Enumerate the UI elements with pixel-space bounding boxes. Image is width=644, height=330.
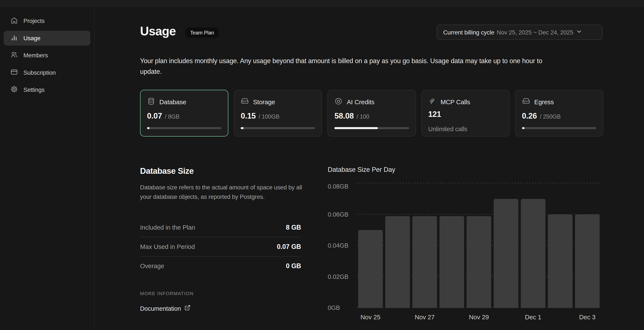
hard-drive-icon [522, 97, 530, 107]
row-value: 8 GB [286, 224, 301, 231]
row-value: 0.07 GB [277, 243, 301, 250]
card-label: MCP Calls [440, 98, 470, 106]
usage-progress-bar [241, 127, 315, 129]
intro-text: Your plan includes monthly usage. Any us… [140, 56, 553, 77]
plan-badge: Team Plan [186, 27, 219, 38]
sidebar-item-members[interactable]: Members [4, 48, 90, 63]
card-sub-label: Unlimited calls [428, 125, 467, 133]
chart-bar [358, 230, 383, 308]
y-axis-tick-label: 0.04GB [328, 242, 352, 249]
documentation-link-label: Documentation [140, 305, 181, 312]
gridline [357, 183, 601, 184]
sidebar-item-settings[interactable]: Settings [4, 82, 90, 97]
sidebar-item-label: Settings [23, 86, 44, 93]
sidebar-item-projects[interactable]: Projects [4, 13, 90, 28]
main-content: Usage Team Plan Current billing cycle No… [95, 7, 644, 330]
database-size-chart: Database Size Per Day 0GB0.02GB0.04GB0.0… [328, 164, 603, 328]
card-limit-value: / 100 [357, 113, 370, 120]
billing-cycle-select[interactable]: Current billing cycle Nov 25, 2025 ~ Dec… [436, 25, 602, 40]
card-ai-credits[interactable]: AI Credits 58.08 / 100 [328, 90, 416, 137]
sidebar-item-usage[interactable]: Usage [4, 31, 90, 46]
page-title: Usage [140, 24, 176, 38]
chart-bar [466, 216, 491, 308]
chart-yaxis: 0GB0.02GB0.04GB0.06GB0.08GB [328, 183, 352, 308]
card-used-value: 0.26 [522, 112, 537, 121]
coin-icon [334, 97, 342, 107]
chart-bar [385, 216, 410, 308]
chevron-down-icon [576, 28, 582, 36]
mcp-icon [428, 97, 436, 107]
card-label: Egress [534, 98, 554, 106]
card-label: Database [159, 98, 186, 106]
documentation-link[interactable]: Documentation [140, 305, 190, 312]
card-used-value: 58.08 [334, 112, 354, 121]
x-axis-tick-label: Nov 25 [352, 314, 389, 321]
card-limit-value: / 250GB [540, 113, 560, 120]
usage-cards: Database 0.07 / 8GB Storage 0.15 / 10 [140, 90, 603, 137]
card-used-value: 121 [428, 110, 441, 119]
card-mcp-calls[interactable]: MCP Calls 121 Unlimited calls [421, 90, 510, 137]
x-axis-tick-label: Nov 27 [406, 314, 443, 321]
chart-title: Database Size Per Day [328, 166, 395, 173]
table-row: Included in the Plan 8 GB [140, 218, 301, 237]
chart-bar [440, 216, 464, 308]
users-icon [10, 51, 18, 60]
chart-bar [412, 216, 437, 308]
sidebar-item-label: Projects [23, 17, 44, 24]
card-egress[interactable]: Egress 0.26 / 250GB [515, 90, 603, 137]
sidebar-item-label: Members [23, 52, 48, 59]
table-row: Max Used in Period 0.07 GB [140, 237, 301, 256]
usage-page: Projects Usage Members Subscription Sett… [0, 0, 644, 330]
y-axis-tick-label: 0.06GB [328, 211, 352, 218]
row-value: 0 GB [286, 262, 301, 270]
y-axis-tick-label: 0GB [328, 304, 352, 311]
sidebar-item-label: Usage [23, 35, 40, 41]
usage-progress-bar [147, 127, 222, 129]
billing-cycle-label: Current billing cycle [443, 29, 494, 35]
external-link-icon [184, 305, 190, 312]
gear-icon [10, 85, 18, 94]
section-description: Database size refers to the actual amoun… [140, 183, 304, 202]
chart-bar [521, 199, 546, 308]
hard-drive-icon [241, 97, 249, 107]
usage-progress-bar [522, 127, 596, 129]
sidebar-item-label: Subscription [23, 69, 56, 76]
y-axis-tick-label: 0.02GB [328, 273, 352, 280]
usage-progress-bar [334, 127, 409, 129]
detail-table: Included in the Plan 8 GB Max Used in Pe… [140, 218, 301, 275]
x-axis-tick-label: Dec 3 [569, 314, 606, 321]
sidebar: Projects Usage Members Subscription Sett… [0, 7, 94, 330]
card-limit-value: / 100GB [259, 113, 280, 120]
card-label: Storage [253, 98, 275, 106]
section-title: Database Size [140, 166, 194, 176]
chart-xaxis: Nov 25Nov 27Nov 29Dec 1Dec 3 [357, 314, 601, 324]
row-label: Included in the Plan [140, 224, 195, 231]
x-axis-tick-label: Dec 1 [514, 314, 552, 321]
database-icon [147, 97, 155, 107]
row-label: Max Used in Period [140, 243, 195, 250]
table-row: Overage 0 GB [140, 256, 301, 275]
bar-chart-icon [10, 34, 18, 43]
card-used-value: 0.07 [147, 112, 162, 121]
credit-card-icon [10, 68, 18, 77]
chart-bar [494, 199, 518, 308]
row-label: Overage [140, 262, 164, 270]
card-label: AI Credits [347, 98, 374, 106]
home-icon [10, 16, 18, 25]
more-information-label: MORE INFORMATION [140, 291, 193, 296]
card-limit-value: / 8GB [165, 113, 180, 120]
chart-bar [548, 214, 572, 308]
card-database[interactable]: Database 0.07 / 8GB [140, 90, 228, 137]
card-used-value: 0.15 [241, 112, 256, 121]
billing-cycle-range: Nov 25, 2025 ~ Dec 24, 2025 [497, 29, 573, 35]
window-top-bar [0, 0, 644, 6]
chart-bar [575, 214, 600, 308]
sidebar-item-subscription[interactable]: Subscription [4, 65, 90, 80]
chart-plot [357, 183, 601, 308]
x-axis-tick-label: Nov 29 [460, 314, 497, 321]
card-storage[interactable]: Storage 0.15 / 100GB [234, 90, 322, 137]
y-axis-tick-label: 0.08GB [328, 183, 352, 190]
